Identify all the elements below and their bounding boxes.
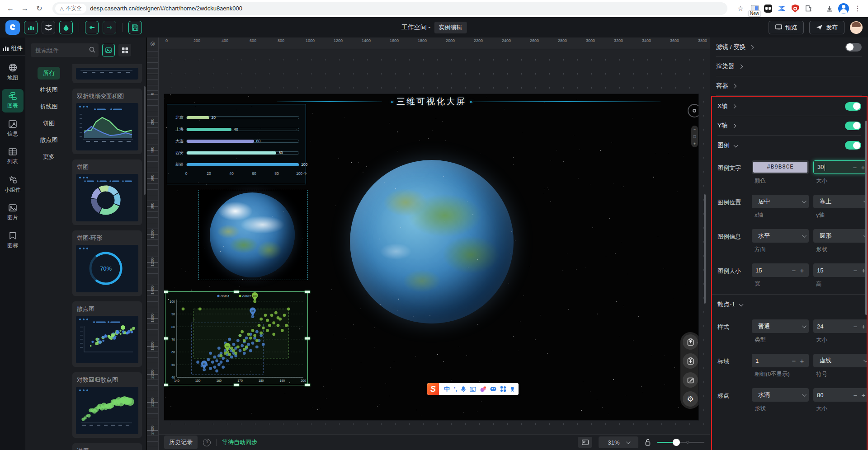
extension-bowtie-icon[interactable] — [776, 3, 787, 14]
save-button[interactable] — [128, 21, 142, 34]
select-dropdown[interactable]: 普通 — [752, 319, 809, 333]
color-input[interactable]: #B9B8CE — [752, 160, 809, 174]
ruler-origin-icon[interactable]: ◎ — [147, 38, 159, 49]
toolbox-grid-icon[interactable] — [500, 386, 506, 392]
extension-sidebar-icon[interactable]: New — [749, 3, 760, 14]
browser-menu-icon[interactable]: ⋮ — [852, 3, 863, 14]
number-input[interactable]: 30−+ — [813, 160, 868, 174]
Y轴-toggle[interactable] — [845, 122, 861, 130]
scatter-chart-component[interactable]: 405060708090100140150160170180190200data… — [165, 291, 308, 385]
redo-button[interactable] — [103, 21, 116, 34]
bookmark-star-icon[interactable]: ☆ — [735, 3, 746, 14]
canvas-scrollbar[interactable] — [704, 194, 706, 304]
library-card-对数回归散点图[interactable]: 对数回归散点图 — [72, 372, 142, 438]
decrement-button[interactable]: − — [852, 391, 859, 399]
globe-zoom-controls[interactable]: −□+ — [691, 126, 698, 147]
help-icon[interactable]: ? — [203, 439, 211, 446]
profile-avatar-icon[interactable] — [838, 3, 849, 14]
decrement-button[interactable]: − — [791, 357, 797, 365]
emoji-face-icon[interactable] — [490, 386, 496, 392]
library-card-双折线渐变面积图[interactable]: 双折线渐变面积图 — [72, 89, 142, 154]
browser-forward-icon[interactable]: → — [19, 3, 31, 14]
search-input[interactable] — [31, 43, 99, 57]
undo-button[interactable] — [85, 21, 99, 34]
decrement-button[interactable]: − — [791, 267, 797, 274]
skin-palette-icon[interactable] — [480, 386, 486, 392]
thumbnail-view-button[interactable] — [102, 44, 115, 56]
library-card-饼图[interactable]: 饼图 — [72, 159, 142, 225]
extensions-puzzle-icon[interactable] — [803, 3, 814, 14]
category-所有[interactable]: 所有 — [38, 67, 60, 80]
bar-chart-component[interactable]: 北京20上海40大连60西安80新疆100020406080100个 — [167, 104, 306, 184]
decrement-button[interactable]: − — [852, 164, 858, 171]
preview-button[interactable]: 预览 — [769, 21, 804, 34]
section-散点-1[interactable]: 散点-1 — [717, 295, 861, 314]
browser-back-icon[interactable]: ← — [5, 3, 16, 14]
unlock-icon[interactable] — [645, 439, 651, 446]
keyboard-icon[interactable] — [470, 387, 476, 392]
library-scrollbar[interactable] — [144, 86, 146, 195]
canvas-area[interactable]: 0200400600800100012001400160018002000220… — [147, 38, 710, 450]
compass-widget[interactable] — [688, 104, 698, 117]
settings-gear-icon[interactable]: ⚙ — [683, 391, 698, 407]
select-dropdown[interactable]: 靠上 — [813, 195, 868, 208]
clipboard-export-icon[interactable] — [683, 334, 698, 350]
section-图例[interactable]: 图例 — [717, 136, 861, 155]
increment-button[interactable]: + — [799, 357, 805, 365]
punctuation-icon[interactable]: ’, — [454, 386, 457, 393]
increment-button[interactable]: + — [860, 323, 867, 330]
rail-item-图表[interactable]: 图表 — [2, 89, 24, 112]
sogou-logo[interactable]: S — [427, 383, 439, 395]
library-card-进度[interactable]: 进度 — [72, 443, 142, 450]
select-dropdown[interactable]: 居中 — [752, 195, 809, 208]
category-折线图[interactable]: 折线图 — [35, 100, 63, 113]
clipboard-import-icon[interactable] — [683, 353, 698, 369]
chart-mode-button[interactable] — [24, 21, 38, 34]
publish-button[interactable]: 发布 — [809, 21, 844, 34]
section-Y轴[interactable]: Y轴 — [717, 116, 861, 136]
number-input[interactable]: 24−+ — [813, 319, 868, 333]
category-散点图[interactable]: 散点图 — [35, 134, 63, 146]
section-容器[interactable]: 容器 — [716, 76, 862, 96]
resize-handle[interactable] — [164, 384, 168, 386]
category-更多[interactable]: 更多 — [38, 150, 60, 163]
rail-item-图片[interactable]: 图片 — [2, 201, 24, 224]
resize-handle[interactable] — [234, 291, 239, 293]
resize-handle[interactable] — [305, 338, 310, 340]
category-饼图[interactable]: 饼图 — [38, 117, 60, 130]
zoom-slider-knob[interactable] — [673, 439, 680, 446]
grid-view-button[interactable] — [118, 44, 131, 56]
extension-panda-icon[interactable] — [763, 3, 774, 14]
large-earth-globe[interactable] — [350, 160, 514, 323]
rail-item-地图[interactable]: 地图 — [2, 60, 24, 84]
mic-icon[interactable] — [461, 386, 466, 392]
history-button[interactable]: 历史记录 — [164, 436, 198, 449]
extension-shield-icon[interactable] — [790, 3, 801, 14]
workspace-label[interactable]: 工作空间 - — [401, 23, 431, 32]
select-dropdown[interactable]: 虚线 — [813, 354, 868, 367]
section-X轴[interactable]: X轴 — [717, 97, 861, 116]
resize-handle[interactable] — [164, 291, 168, 293]
select-dropdown[interactable]: 水平 — [752, 229, 809, 243]
rail-item-图标[interactable]: 图标 — [2, 229, 24, 252]
number-input[interactable]: 15−+ — [813, 263, 868, 277]
edit-note-icon[interactable] — [683, 372, 698, 388]
滤镜 / 变换-toggle[interactable] — [845, 43, 862, 52]
resize-handle[interactable] — [305, 384, 310, 386]
zoom-slider[interactable] — [657, 439, 704, 446]
chinese-mode-icon[interactable]: 中 — [444, 385, 450, 393]
selection-frame[interactable] — [165, 291, 308, 385]
X轴-toggle[interactable] — [845, 102, 861, 111]
inspector-scrollbar[interactable] — [865, 121, 867, 315]
zoom-level-select[interactable]: 31% — [599, 436, 638, 448]
resize-handle[interactable] — [164, 338, 168, 340]
rail-item-列表[interactable]: 列表 — [2, 145, 24, 168]
图例-toggle[interactable] — [845, 141, 861, 150]
library-card-饼图-环形[interactable]: 饼图-环形 70% — [72, 230, 142, 296]
section-滤镜 / 变换[interactable]: 滤镜 / 变换 — [716, 38, 862, 57]
number-input[interactable]: 1−+ — [752, 354, 809, 367]
increment-button[interactable]: + — [860, 391, 867, 399]
select-dropdown[interactable]: 圆形 — [813, 229, 868, 243]
decrement-button[interactable]: − — [852, 323, 859, 330]
number-input[interactable]: 80−+ — [813, 388, 868, 402]
